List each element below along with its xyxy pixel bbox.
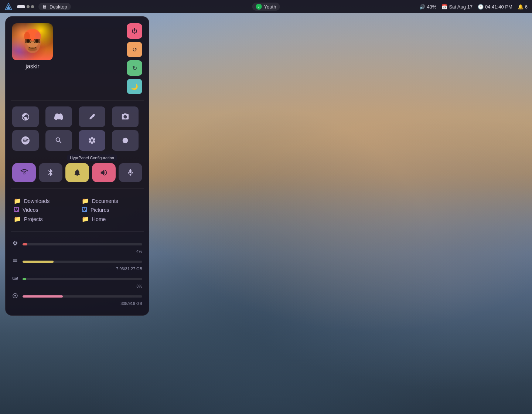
folder-pictures-label: Pictures [91,207,109,213]
folder-documents-label: Documents [92,198,118,204]
disk-stat-header [12,293,142,300]
spotify-track: Youth [264,4,276,10]
disk-bar-container [23,295,142,298]
folder-downloads-icon: 📁 [14,197,21,204]
folder-home[interactable]: 📁 Home [82,216,141,223]
ram-value: 7.96/31.27 GB [12,267,142,271]
svg-point-11 [35,40,39,43]
wifi-toggle[interactable] [12,163,36,182]
cpu-bar [23,243,27,245]
folder-grid: 📁 Downloads 📁 Documents 🖼 Videos 🖼 Pictu… [12,194,142,225]
system-stats: 4% 7.96/31.27 GB [12,238,142,309]
ram-stat: 7.96/31.27 GB [12,258,142,271]
gpu-bar-container [23,278,142,280]
folder-projects[interactable]: 📁 Projects [14,216,73,223]
browser-btn[interactable] [12,106,39,127]
topbar-right: 🔊 43% 📅 Sat Aug 17 🕐 04:41:40 PM 🔔 6 [419,4,528,10]
folder-documents-icon: 📁 [82,197,89,204]
notification-toggle[interactable] [65,163,89,182]
folder-projects-icon: 📁 [14,216,21,223]
calendar-icon: 📅 [441,4,447,10]
folder-projects-label: Projects [24,216,43,222]
folder-videos-label: Videos [23,207,38,213]
ram-stat-header [12,258,142,265]
svg-point-10 [26,40,30,43]
svg-point-13 [123,138,128,143]
disk-bar [23,295,63,298]
mic-toggle[interactable] [119,163,142,182]
gpu-stat-header [12,275,142,282]
volume-value: 43% [427,4,436,10]
svg-rect-15 [14,278,14,279]
ram-bar-container [23,261,142,263]
settings-btn[interactable]: HyprPanel Configuration [79,130,105,151]
username: jaskir [25,63,39,70]
restart-button[interactable]: ↺ [127,42,142,57]
sleep-button[interactable]: 🌙 [127,79,142,94]
workspace-2[interactable] [27,5,30,8]
ram-icon [12,258,20,265]
folder-documents[interactable]: 📁 Documents [82,197,141,204]
svg-rect-16 [15,278,16,279]
settings-tooltip: HyprPanel Configuration [67,155,117,161]
workspace-3[interactable] [31,5,34,8]
app-grid-wrapper: HyprPanel Configuration [12,106,142,151]
cpu-stat-header [12,241,142,248]
power-buttons: ⏻ ↺ ↻ 🌙 [127,23,142,94]
notification-widget[interactable]: 🔔 6 [518,4,528,10]
workspace-1[interactable] [17,5,25,8]
spotify-icon: ♪ [256,4,262,10]
gpu-value: 3% [12,284,142,288]
topbar-left: 🖥 Desktop [4,3,71,11]
disk-value: 308/919 GB [12,301,142,306]
monitor-icon: 🖥 [42,4,47,10]
folder-downloads[interactable]: 📁 Downloads [14,197,73,204]
spotify-btn[interactable] [12,130,39,151]
svg-point-12 [28,47,37,51]
date-text: Sat Aug 17 [449,4,473,10]
cpu-bar-container [23,243,142,245]
desktop-text: Desktop [50,4,67,10]
color-picker-btn[interactable] [79,106,105,127]
folder-home-label: Home [92,216,106,222]
arch-logo[interactable] [4,3,13,11]
clock-display: 🕐 04:41:40 PM [478,4,512,10]
volume-icon: 🔊 [419,4,425,10]
search-btn[interactable] [45,130,72,151]
time-text: 04:41:40 PM [485,4,512,10]
folder-home-icon: 📁 [82,216,89,223]
disk-icon [12,293,20,300]
shutdown-button[interactable]: ⏻ [127,23,142,39]
notification-icon: 🔔 [518,4,524,10]
clock-icon: 🕐 [478,4,484,10]
folder-videos[interactable]: 🖼 Videos [14,207,73,213]
app-grid: HyprPanel Configuration [12,106,142,151]
bluetooth-toggle[interactable] [39,163,62,182]
cpu-icon [12,241,20,248]
discord-btn[interactable] [45,106,72,127]
divider-3 [11,188,144,189]
panel: jaskir ⏻ ↺ ↻ 🌙 [5,16,149,316]
disk-stat: 308/919 GB [12,293,142,306]
record-btn[interactable] [112,130,139,151]
workspaces[interactable] [17,5,34,8]
ram-bar [23,261,54,263]
folder-videos-icon: 🖼 [14,207,20,213]
screenshot-btn[interactable] [112,106,139,127]
folder-pictures[interactable]: 🖼 Pictures [82,207,141,213]
date-display: 📅 Sat Aug 17 [441,4,473,10]
cpu-stat: 4% [12,241,142,254]
user-info: jaskir [12,23,53,70]
avatar [12,23,53,60]
volume-control[interactable]: 🔊 43% [419,4,436,10]
gpu-icon [12,275,20,282]
divider-4 [11,231,144,232]
volume-toggle[interactable] [92,163,116,182]
spotify-widget[interactable]: ♪ Youth [252,3,280,11]
topbar: 🖥 Desktop ♪ Youth 🔊 43% 📅 Sat Aug 17 🕐 0… [0,0,532,13]
reload-button[interactable]: ↻ [127,60,142,76]
divider-1 [11,100,144,101]
cpu-value: 4% [12,249,142,254]
desktop-label[interactable]: 🖥 Desktop [38,3,71,10]
avatar-face-svg [21,29,44,55]
